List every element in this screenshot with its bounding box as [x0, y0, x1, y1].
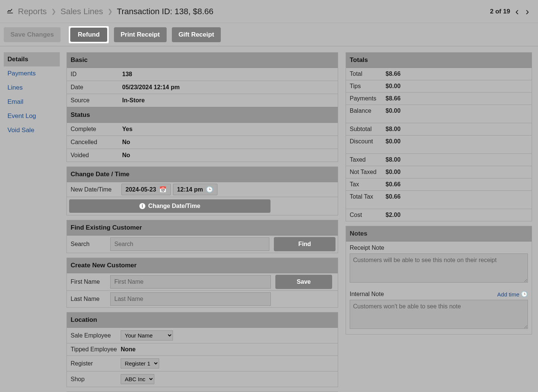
- tipped-label: Tipped Employee: [71, 346, 121, 353]
- search-input[interactable]: [110, 237, 269, 251]
- internal-note-row: Internal Note Add time 🕒: [346, 288, 532, 300]
- save-changes-button: Save Changes: [4, 27, 61, 42]
- row-date: Date 05/23/2024 12:14 pm: [67, 81, 338, 94]
- action-bar: Save Changes Refund Print Receipt Gift R…: [0, 23, 538, 46]
- row-complete: Complete Yes: [67, 123, 338, 136]
- totals-row: Total$8.66: [346, 68, 532, 80]
- search-label: Search: [71, 241, 108, 248]
- change-dt-header: Change Date / Time: [67, 167, 338, 182]
- totals-value: $0.00: [386, 108, 401, 114]
- info-icon: i: [139, 203, 145, 209]
- register-label: Register: [71, 360, 121, 367]
- totals-value: $0.66: [386, 193, 401, 200]
- top-bar: Reports ❯ Sales Lines ❯ Transaction ID: …: [0, 0, 538, 23]
- date-input[interactable]: 2024-05-23 📅: [121, 184, 171, 195]
- notes-header: Notes: [346, 226, 532, 242]
- new-cust-header: Create New Customer: [67, 258, 338, 273]
- totals-row: Total Tax$0.66: [346, 191, 532, 203]
- totals-row: Not Taxed$0.00: [346, 166, 532, 178]
- change-dt-button-label: Change Date/Time: [148, 203, 200, 209]
- shop-label: Shop: [71, 376, 121, 383]
- row-source: Source In-Store: [67, 94, 338, 107]
- shop-select[interactable]: ABC Inc: [121, 374, 154, 384]
- sidebar-item-payments[interactable]: Payments: [4, 66, 60, 81]
- print-receipt-button[interactable]: Print Receipt: [114, 27, 167, 42]
- totals-value: $8.00: [386, 156, 401, 163]
- internal-note-textarea[interactable]: [350, 300, 528, 329]
- totals-label: Tips: [350, 83, 386, 90]
- source-label: Source: [71, 97, 122, 104]
- sidebar-item-email[interactable]: Email: [4, 95, 60, 109]
- pager-prev[interactable]: ‹: [514, 6, 520, 18]
- totals-row: Discount$0.00: [346, 136, 532, 147]
- register-select[interactable]: Register 1: [121, 358, 159, 368]
- tipped-value: None: [121, 346, 136, 353]
- date-label: Date: [71, 84, 122, 91]
- totals-label: Payments: [350, 95, 386, 102]
- totals-label: Balance: [350, 108, 386, 114]
- sidebar-item-lines[interactable]: Lines: [4, 81, 60, 95]
- location-header: Location: [67, 312, 338, 328]
- crumb-reports[interactable]: Reports: [18, 7, 47, 16]
- totals-row: Subtotal$8.00: [346, 123, 532, 136]
- receipt-note-textarea[interactable]: [350, 253, 528, 283]
- refund-button[interactable]: Refund: [70, 28, 107, 42]
- tipped-emp-row: Tipped Employee None: [67, 343, 338, 356]
- id-label: ID: [71, 71, 122, 78]
- totals-row: Tax$0.66: [346, 178, 532, 191]
- row-id: ID 138: [67, 68, 338, 81]
- receipt-note-label-text: Receipt Note: [350, 245, 384, 251]
- time-input-value: 12:14 pm: [177, 186, 203, 193]
- totals-value: $8.00: [386, 126, 401, 133]
- svg-rect-0: [7, 13, 13, 13]
- totals-row: Payments$8.66: [346, 93, 532, 105]
- totals-panel: Totals Total$8.66Tips$0.00Payments$8.66B…: [346, 52, 532, 221]
- crumb-sales-lines[interactable]: Sales Lines: [61, 7, 103, 16]
- crumb-current: Transaction ID: 138, $8.66: [117, 7, 213, 16]
- totals-row: Tips$0.00: [346, 80, 532, 93]
- change-dt-button[interactable]: i Change Date/Time: [69, 199, 270, 213]
- totals-row: Cost$2.00: [346, 209, 532, 221]
- calendar-icon: 📅: [159, 186, 167, 193]
- refund-highlight: Refund: [69, 26, 109, 43]
- find-button[interactable]: Find: [274, 237, 336, 251]
- gift-receipt-button[interactable]: Gift Receipt: [172, 27, 221, 42]
- lastname-row: Last Name: [67, 291, 338, 307]
- create-customer-panel: Create New Customer First Name Save Last…: [67, 258, 338, 308]
- complete-value: Yes: [122, 126, 133, 133]
- breadcrumb: Reports ❯ Sales Lines ❯ Transaction ID: …: [7, 7, 213, 16]
- notes-panel: Notes Receipt Note Internal Note Add tim…: [346, 226, 532, 335]
- complete-label: Complete: [71, 126, 122, 133]
- pager-count: 2 of 19: [490, 8, 510, 15]
- basic-header: Basic: [67, 53, 338, 68]
- time-input[interactable]: 12:14 pm 🕒: [173, 184, 217, 195]
- sale-emp-select[interactable]: Your Name: [121, 330, 173, 340]
- register-row: Register Register 1: [67, 356, 338, 371]
- totals-value: $8.66: [386, 95, 401, 102]
- date-value: 05/23/2024 12:14 pm: [122, 84, 180, 91]
- find-cust-row: Search Find: [67, 236, 338, 253]
- totals-header: Totals: [346, 53, 532, 68]
- pager-next[interactable]: ›: [524, 6, 531, 18]
- sidebar-item-voidsale[interactable]: Void Sale: [4, 123, 60, 137]
- new-dt-label: New Date/Time: [71, 186, 119, 193]
- pager: 2 of 19 ‹ ›: [490, 6, 531, 18]
- change-dt-row: New Date/Time 2024-05-23 📅 12:14 pm 🕒: [67, 182, 338, 197]
- totals-row: Taxed$8.00: [346, 154, 532, 166]
- clock-icon: 🕒: [206, 186, 213, 193]
- sidebar-item-eventlog[interactable]: Event Log: [4, 109, 60, 123]
- totals-label: Taxed: [350, 156, 386, 163]
- sale-emp-row: Sale Employee Your Name: [67, 328, 338, 343]
- save-customer-button[interactable]: Save: [275, 275, 332, 289]
- voided-value: No: [122, 152, 130, 159]
- sidebar-item-details[interactable]: Details: [4, 52, 60, 66]
- main: Details Payments Lines Email Event Log V…: [0, 46, 538, 392]
- basic-panel: Basic ID 138 Date 05/23/2024 12:14 pm So…: [67, 52, 338, 162]
- right-column: Totals Total$8.66Tips$0.00Payments$8.66B…: [346, 52, 532, 389]
- add-time-link[interactable]: Add time 🕒: [497, 291, 528, 298]
- lastname-input[interactable]: [110, 292, 271, 306]
- date-input-value: 2024-05-23: [126, 186, 156, 193]
- id-value: 138: [122, 71, 132, 78]
- firstname-input[interactable]: [110, 275, 271, 289]
- clock-icon: 🕒: [521, 291, 528, 298]
